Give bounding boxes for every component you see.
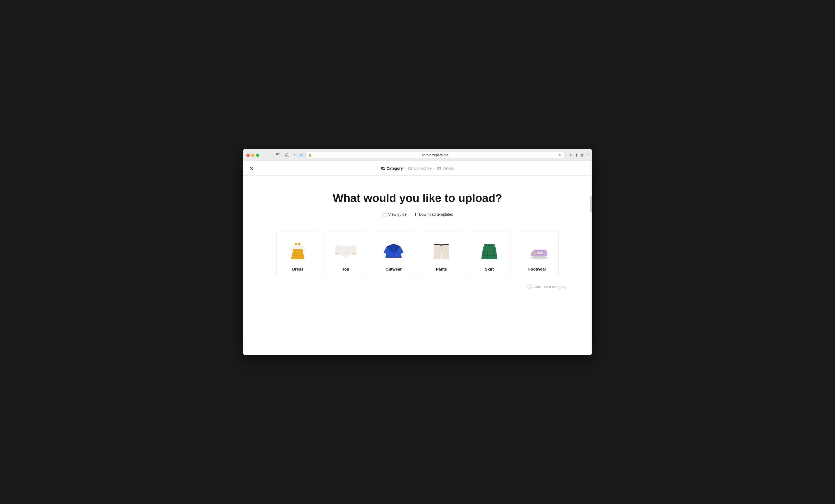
chevron-2: › <box>434 167 435 170</box>
download-templates-label: Download templates <box>419 212 453 216</box>
cant-find-label: Can't find a category <box>533 285 566 289</box>
url-text: studio.zepeto.me <box>314 153 557 157</box>
breadcrumb: 01 Category › 02 Upload file › 03 Detail… <box>381 166 454 170</box>
sidebar-toggle-btn[interactable] <box>274 152 281 158</box>
action-links: 📄 View guide ⬇ Download templates <box>382 212 453 216</box>
svg-point-29 <box>491 245 492 246</box>
breadcrumb-step-3: 03 Details <box>437 166 454 170</box>
reload-left-btn[interactable]: ↻ <box>293 153 297 158</box>
page-title: What would you like to upload? <box>333 192 502 205</box>
url-bar[interactable]: 🔒 studio.zepeto.me ↻ <box>305 152 565 159</box>
browser-chrome: ‹ › ↻ Z 🔒 studio.zepeto.me ↻ <box>243 149 592 161</box>
step2-label: Upload file <box>414 166 431 170</box>
close-btn[interactable]: ✕ <box>249 166 254 171</box>
cant-find-wrapper: ? Can't find a category <box>253 285 582 289</box>
svg-point-27 <box>486 245 487 246</box>
svg-point-41 <box>532 256 547 258</box>
svg-rect-1 <box>276 154 278 155</box>
svg-rect-17 <box>352 253 356 254</box>
step2-num: 02 <box>408 166 413 170</box>
svg-point-19 <box>393 254 394 255</box>
close-window-btn[interactable] <box>246 153 250 157</box>
browser-window: ‹ › ↻ Z 🔒 studio.zepeto.me ↻ <box>243 149 592 355</box>
svg-point-18 <box>393 251 394 253</box>
step3-num: 03 <box>437 166 441 170</box>
book-icon: 📄 <box>382 212 387 216</box>
share-btn[interactable]: ⬆ <box>575 153 578 158</box>
browser-actions: ⬇ ⬆ ⧉ + <box>569 152 589 158</box>
skirt-label: Skirt <box>485 267 494 271</box>
cant-find-category[interactable]: ? Can't find a category <box>528 285 566 289</box>
pip-btn[interactable]: ⧉ <box>581 153 584 158</box>
svg-rect-0 <box>276 153 280 153</box>
top-nav: ✕ 01 Category › 02 Upload file › 03 Deta… <box>243 161 592 175</box>
skirt-illustration <box>477 238 502 262</box>
svg-rect-7 <box>298 243 301 245</box>
outwear-label: Outwear <box>386 267 402 271</box>
back-btn[interactable]: ‹ <box>264 152 267 158</box>
forward-btn[interactable]: › <box>268 152 272 158</box>
svg-rect-2 <box>276 156 279 156</box>
download-btn[interactable]: ⬇ <box>569 153 573 158</box>
view-guide-btn[interactable]: 📄 View guide <box>382 212 406 216</box>
category-card-skirt[interactable]: Skirt <box>468 232 511 277</box>
step1-label: Category <box>387 166 403 170</box>
download-templates-btn[interactable]: ⬇ Download templates <box>414 212 453 216</box>
view-guide-label: View guide <box>388 212 406 216</box>
breadcrumb-step-2: 02 Upload file <box>408 166 432 170</box>
svg-rect-16 <box>335 253 339 254</box>
scrollbar[interactable] <box>590 161 592 355</box>
home-btn[interactable] <box>284 152 291 158</box>
category-card-dress[interactable]: Dress <box>276 232 319 277</box>
svg-rect-23 <box>441 245 442 246</box>
lock-icon: 🔒 <box>308 153 312 157</box>
tab-favicon: Z <box>298 153 303 158</box>
top-label: Top <box>342 267 349 271</box>
step1-num: 01 <box>381 166 385 170</box>
main-area: What would you like to upload? 📄 View gu… <box>243 175 592 300</box>
question-icon: ? <box>528 285 532 289</box>
pants-label: Pants <box>436 267 447 271</box>
chevron-1: › <box>405 167 406 170</box>
breadcrumb-step-1: 01 Category <box>381 166 403 170</box>
step3-label: Details <box>443 166 454 170</box>
new-tab-btn[interactable]: + <box>586 152 589 158</box>
dress-label: Dress <box>292 267 303 271</box>
category-card-top[interactable]: Top <box>324 232 367 277</box>
reload-btn[interactable]: ↻ <box>558 153 562 157</box>
svg-point-28 <box>488 245 490 246</box>
browser-nav: ‹ › <box>264 152 271 158</box>
traffic-lights <box>246 153 259 157</box>
category-card-pants[interactable]: Pants <box>420 232 463 277</box>
pants-illustration <box>429 238 453 262</box>
dress-illustration <box>286 238 310 262</box>
svg-rect-6 <box>295 243 297 245</box>
footwear-label: Footwear <box>528 267 546 271</box>
category-card-outwear[interactable]: Outwear <box>372 232 415 277</box>
minimize-window-btn[interactable] <box>251 153 254 157</box>
download-icon: ⬇ <box>414 212 417 216</box>
top-illustration <box>333 238 358 262</box>
outwear-illustration <box>382 238 406 262</box>
page-content: ✕ 01 Category › 02 Upload file › 03 Deta… <box>243 161 592 355</box>
category-grid: Dress <box>276 232 559 277</box>
maximize-window-btn[interactable] <box>256 153 259 157</box>
scrollbar-thumb[interactable] <box>590 196 592 212</box>
category-card-footwear[interactable]: Footwear <box>516 232 559 277</box>
footwear-illustration <box>525 238 549 262</box>
